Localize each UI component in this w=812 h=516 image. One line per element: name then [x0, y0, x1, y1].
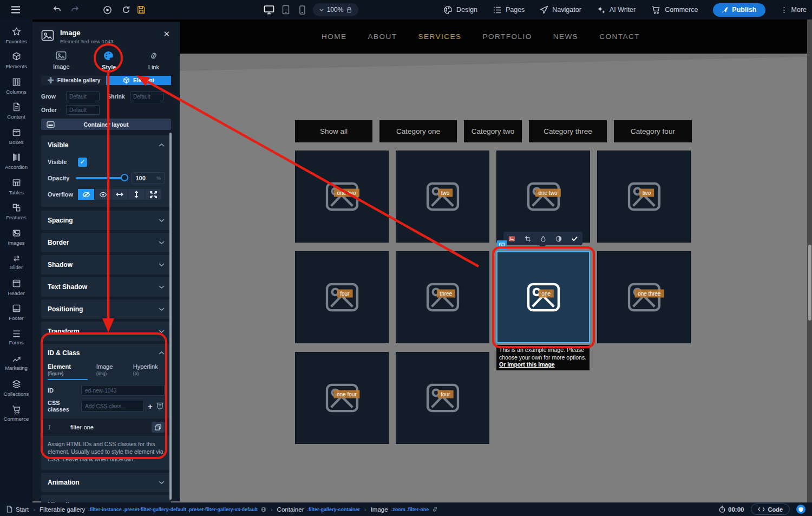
replace-image-icon[interactable]	[508, 236, 515, 242]
id-class-section-header[interactable]: ID & Class	[48, 344, 165, 362]
mobile-view-icon[interactable]	[294, 0, 310, 19]
overflow-scroll-y-icon[interactable]	[128, 189, 145, 200]
contrast-icon[interactable]	[555, 236, 562, 242]
element-drag-handle[interactable]	[497, 240, 507, 250]
id-class-tab-hyperlink[interactable]: Hyperlink (a)	[133, 363, 165, 380]
container-layout-button[interactable]: Container layout	[41, 119, 171, 130]
desktop-view-icon[interactable]	[261, 0, 277, 19]
gallery-tile[interactable]: four	[295, 251, 389, 343]
sidebar-item-features[interactable]: Features	[0, 199, 32, 225]
panel-tab-image[interactable]: Image	[53, 51, 70, 70]
hamburger-menu-icon[interactable]	[8, 0, 24, 19]
sidebar-item-forms[interactable]: Forms	[0, 325, 32, 350]
redo-icon[interactable]	[67, 0, 83, 19]
sidebar-item-collections[interactable]: Collections	[0, 375, 32, 401]
filter-button-show-all[interactable]: Show all	[295, 120, 372, 142]
refresh-icon[interactable]	[118, 0, 134, 19]
topbar-menu-commerce[interactable]: Commerce	[651, 5, 698, 15]
section-header-shadow[interactable]: Shadow	[48, 255, 165, 275]
gallery-tile[interactable]: one two	[496, 151, 590, 243]
css-class-input[interactable]	[81, 401, 144, 412]
panel-tab-style[interactable]: Style	[102, 51, 116, 70]
overflow-visible-icon[interactable]	[78, 189, 94, 200]
sidebar-item-content[interactable]: Content	[0, 99, 32, 124]
tablet-view-icon[interactable]	[278, 0, 294, 19]
topbar-menu-design[interactable]: Design	[443, 5, 477, 15]
nav-item-news[interactable]: NEWS	[553, 32, 579, 41]
gallery-tile[interactable]: three	[396, 251, 489, 343]
sidebar-item-elements[interactable]: Elements	[0, 48, 32, 74]
order-input[interactable]	[66, 105, 100, 115]
filter-button-category-one[interactable]: Category one	[379, 120, 457, 142]
sidebar-item-slider[interactable]: Slider	[0, 250, 32, 275]
shrink-input[interactable]	[130, 92, 163, 101]
zoom-control[interactable]: 100%	[313, 3, 358, 16]
sidebar-item-accordion[interactable]: Accordion	[0, 149, 32, 174]
nav-item-portfolio[interactable]: PORTFOLIO	[483, 32, 532, 41]
breadcrumb-filterable-gallery[interactable]: Filterable gallery.filter-instance .pres…	[40, 506, 266, 513]
sidebar-item-boxes[interactable]: Boxes	[0, 123, 32, 149]
nav-item-contact[interactable]: CONTACT	[599, 32, 640, 41]
preview-icon[interactable]	[99, 0, 115, 19]
section-header-positioning[interactable]: Positioning	[48, 299, 165, 319]
topbar-menu-pages[interactable]: Pages	[493, 6, 525, 14]
close-icon[interactable]: ✕	[163, 29, 170, 39]
filter-button-category-three[interactable]: Category three	[529, 120, 607, 142]
visible-section-header[interactable]: Visible	[48, 135, 165, 155]
sidebar-item-tables[interactable]: Tables	[0, 174, 32, 199]
nav-item-services[interactable]: SERVICES	[418, 32, 462, 41]
sidebar-item-header[interactable]: Header	[0, 275, 32, 300]
sidebar-item-favorites[interactable]: Favorites	[0, 23, 32, 48]
nav-item-home[interactable]: HOME	[322, 32, 347, 41]
gallery-tile[interactable]: one two	[295, 151, 389, 243]
import-image-link[interactable]: Or import this image	[499, 361, 555, 368]
visible-checkbox[interactable]: ✓	[78, 158, 87, 167]
section-header-border[interactable]: Border	[48, 233, 165, 252]
gallery-tile[interactable]: two	[396, 151, 489, 243]
opacity-slider-knob[interactable]	[121, 174, 128, 181]
more-button[interactable]: ⋮ More	[781, 5, 807, 14]
css-shield-icon[interactable]	[156, 402, 163, 410]
publish-button[interactable]: Publish	[713, 3, 765, 17]
opacity-slider[interactable]	[76, 177, 125, 179]
context-tab-filterable-gallery[interactable]: Filterable gallery	[41, 76, 106, 85]
blur-icon[interactable]	[540, 236, 546, 242]
context-tab-element[interactable]: Element	[106, 76, 171, 85]
opacity-value-box[interactable]: 100 %	[132, 172, 165, 184]
save-icon[interactable]	[133, 0, 149, 19]
confirm-icon[interactable]	[571, 236, 578, 241]
gallery-tile[interactable]: four	[396, 352, 489, 444]
nav-item-about[interactable]: ABOUT	[368, 32, 397, 41]
panel-tab-link[interactable]: Link	[148, 51, 159, 70]
overflow-hidden-icon[interactable]	[95, 189, 111, 200]
gallery-tile[interactable]: one four	[295, 352, 389, 444]
overflow-scroll-x-icon[interactable]	[112, 189, 128, 200]
breadcrumb-image[interactable]: Image.zoom .filter-one	[371, 506, 438, 513]
id-input[interactable]	[81, 385, 165, 396]
panel-scrollbar[interactable]	[169, 133, 172, 500]
id-class-tab-element[interactable]: Element (figure)	[48, 363, 88, 380]
section-header-spacing[interactable]: Spacing	[48, 211, 165, 230]
start-breadcrumb[interactable]: Start	[6, 506, 29, 513]
grow-input[interactable]	[66, 92, 100, 101]
sidebar-item-footer[interactable]: Footer	[0, 300, 32, 325]
section-header-transform[interactable]: Transform	[48, 322, 165, 341]
section-header-animation[interactable]: Animation	[48, 473, 165, 492]
canvas-scrollbar-thumb[interactable]	[808, 245, 811, 321]
breadcrumb-container[interactable]: Container.filter-gallery-container	[277, 506, 360, 513]
copy-class-icon[interactable]	[152, 422, 165, 433]
undo-icon[interactable]	[49, 0, 65, 19]
topbar-menu-ai-writer[interactable]: AI Writer	[597, 5, 636, 15]
gallery-tile[interactable]: one three	[597, 251, 691, 343]
overflow-auto-icon[interactable]	[145, 189, 161, 200]
id-class-tab-image[interactable]: Image (img)	[96, 363, 125, 380]
gallery-tile-selected[interactable]: one	[496, 251, 590, 343]
crop-icon[interactable]	[525, 236, 531, 242]
add-class-icon[interactable]: +	[148, 402, 153, 410]
code-button[interactable]: Code	[751, 504, 790, 515]
filter-button-category-four[interactable]: Category four	[614, 120, 692, 142]
filter-button-category-two[interactable]: Category two	[464, 120, 522, 142]
sidebar-item-columns[interactable]: Columns	[0, 73, 32, 99]
sidebar-item-marketing[interactable]: Marketing	[0, 350, 32, 376]
protection-badge-icon[interactable]	[796, 505, 806, 514]
